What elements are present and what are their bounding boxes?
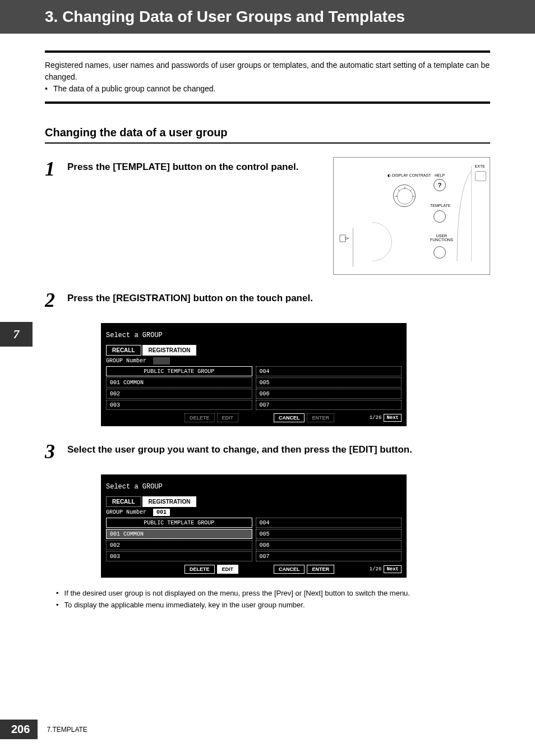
note: To display the applicable menu immediate…: [45, 600, 490, 611]
group-row[interactable]: 003: [106, 551, 252, 561]
intro-bullet: The data of a public group cannot be cha…: [45, 83, 490, 95]
chapter-label: 7.TEMPLATE: [47, 726, 87, 734]
group-row[interactable]: 007: [256, 551, 402, 561]
step-2-text: Press the [REGISTRATION] button on the t…: [67, 292, 490, 305]
page-number: 206: [0, 720, 38, 739]
tab-recall[interactable]: RECALL: [106, 496, 141, 507]
intro-text: Registered names, user names and passwor…: [45, 59, 490, 83]
touch-screen-b: Select a GROUP RECALL REGISTRATION GROUP…: [101, 474, 407, 578]
user-functions-label: USER FUNCTIONS: [430, 234, 453, 242]
group-row[interactable]: 007: [256, 400, 402, 410]
public-template-group[interactable]: PUBLIC TEMPLATE GROUP: [106, 518, 252, 528]
touch-screen-a: Select a GROUP RECALL REGISTRATION GROUP…: [101, 323, 407, 426]
enter-button[interactable]: ENTER: [307, 413, 334, 422]
help-button[interactable]: ?: [433, 179, 446, 191]
next-button[interactable]: Next: [384, 414, 402, 422]
group-row[interactable]: 002: [106, 389, 252, 399]
enter-button[interactable]: ENTER: [307, 565, 334, 574]
control-panel-illustration: ◐ DISPLAY CONTRAST HELP ?: [333, 157, 490, 275]
tab-recall[interactable]: RECALL: [106, 345, 141, 356]
step-1-text: Press the [TEMPLATE] button on the contr…: [67, 160, 322, 174]
step-3: 3 Select the user group you want to chan…: [45, 440, 490, 463]
screen-title: Select a GROUP: [106, 331, 402, 339]
side-chapter-tab: 7: [0, 322, 33, 347]
group-row[interactable]: 001 COMMON: [106, 377, 252, 388]
note: If the desired user group is not display…: [45, 588, 490, 600]
group-row[interactable]: 004: [256, 518, 402, 528]
step-2: 2 Press the [REGISTRATION] button on the…: [45, 288, 490, 312]
group-number-label: GROUP Number: [106, 358, 146, 364]
page-indicator: 1/26: [370, 566, 382, 572]
template-label: TEMPLATE: [430, 204, 450, 208]
screen-title: Select a GROUP: [106, 483, 402, 491]
edit-button[interactable]: EDIT: [217, 413, 239, 422]
step-1: 1 Press the [TEMPLATE] button on the con…: [45, 157, 490, 275]
next-button[interactable]: Next: [384, 565, 402, 573]
template-button[interactable]: [433, 210, 446, 223]
tab-registration[interactable]: REGISTRATION: [142, 345, 197, 356]
exte-button[interactable]: [475, 171, 486, 181]
group-row[interactable]: 006: [256, 540, 402, 550]
display-contrast-label: ◐ DISPLAY CONTRAST: [388, 173, 431, 178]
public-template-group[interactable]: PUBLIC TEMPLATE GROUP: [106, 366, 252, 376]
step-number: 2: [45, 288, 67, 312]
group-row[interactable]: 006: [256, 389, 402, 399]
tab-registration[interactable]: REGISTRATION: [142, 496, 197, 507]
exit-icon: [339, 233, 350, 245]
page-footer: 206 7.TEMPLATE: [0, 720, 87, 739]
step-number: 1: [45, 157, 67, 181]
group-row[interactable]: 004: [256, 366, 402, 376]
group-number-value: 001: [153, 509, 170, 516]
group-row[interactable]: 005: [256, 377, 402, 388]
help-label: HELP: [435, 173, 445, 177]
group-row[interactable]: 002: [106, 540, 252, 550]
intro-block: Registered names, user names and passwor…: [45, 50, 490, 104]
group-number-value: [153, 357, 170, 365]
step-3-text: Select the user group you want to change…: [67, 443, 490, 457]
group-row-selected[interactable]: 001 COMMON: [106, 529, 252, 539]
edit-button[interactable]: EDIT: [217, 565, 239, 574]
cancel-button[interactable]: CANCEL: [274, 413, 305, 422]
exte-label: EXTE: [475, 164, 485, 168]
delete-button[interactable]: DELETE: [185, 565, 215, 574]
header-title: 3. Changing Data of User Groups and Temp…: [45, 8, 405, 25]
step-3-notes: If the desired user group is not display…: [45, 588, 490, 611]
delete-button[interactable]: DELETE: [185, 413, 215, 422]
step-number: 3: [45, 440, 67, 463]
page-indicator: 1/26: [370, 415, 382, 421]
contrast-dial[interactable]: [393, 185, 416, 207]
group-number-label: GROUP Number: [106, 509, 146, 515]
subsection-title: Changing the data of a user group: [45, 126, 490, 144]
cancel-button[interactable]: CANCEL: [274, 565, 305, 574]
user-functions-button[interactable]: [433, 246, 446, 259]
group-row[interactable]: 005: [256, 529, 402, 539]
group-row[interactable]: 003: [106, 400, 252, 410]
page-header: 3. Changing Data of User Groups and Temp…: [0, 0, 535, 34]
